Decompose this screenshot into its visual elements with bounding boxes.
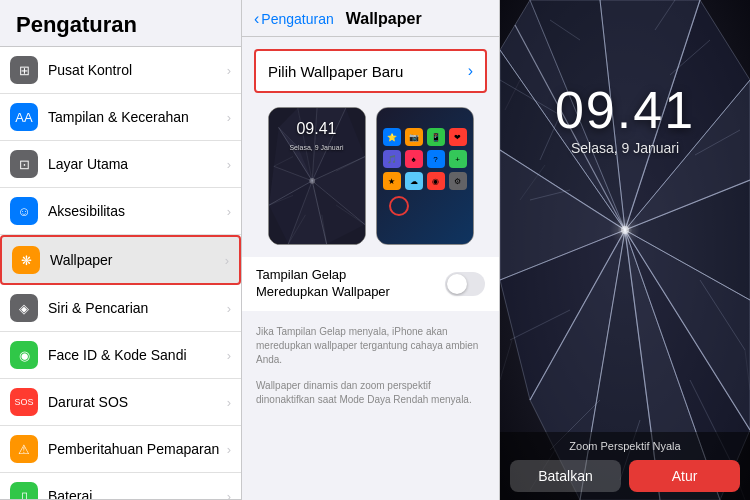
dark-mode-label: Tampilan Gelap Meredupkan Wallpaper — [256, 267, 390, 301]
phone-previews: 09.41 Selasa, 9 Januari ⭐ 📷 📱 ❤ 🎵 ♠ — [254, 107, 487, 245]
home-icons-grid: ⭐ 📷 📱 ❤ 🎵 ♠ ? + ★ ☁ ◉ ⚙ — [383, 128, 467, 190]
app-icon: 📱 — [427, 128, 445, 146]
sidebar-item-face-id[interactable]: ◉Face ID & Kode Sandi› — [0, 332, 241, 379]
darurat-sos-icon: SOS — [10, 388, 38, 416]
settings-header: Pengaturan — [0, 0, 241, 46]
preview-buttons: Batalkan Atur — [510, 460, 740, 492]
sidebar-item-label-pusat-kontrol: Pusat Kontrol — [48, 62, 223, 78]
face-id-icon: ◉ — [10, 341, 38, 369]
lock-screen-bg: 09.41 Selasa, 9 Januari — [269, 108, 365, 244]
chevron-right-icon: › — [227, 63, 231, 78]
dark-mode-description: Jika Tampilan Gelap menyala, iPhone akan… — [242, 319, 499, 373]
app-icon: + — [449, 150, 467, 168]
chevron-right-icon: › — [227, 301, 231, 316]
chevron-right-icon: › — [227, 348, 231, 363]
pemberitahuan-icon: ⚠ — [10, 435, 38, 463]
dark-mode-row: Tampilan Gelap Meredupkan Wallpaper — [256, 267, 485, 301]
back-chevron-icon: ‹ — [254, 10, 259, 28]
preview-date: Selasa, 9 Januari — [500, 140, 750, 156]
chevron-right-icon: › — [227, 395, 231, 410]
app-icon: ♠ — [405, 150, 423, 168]
wallpaper-panel: ‹ Pengaturan Wallpaper Pilih Wallpaper B… — [242, 0, 500, 500]
layar-utama-icon: ⊡ — [10, 150, 38, 178]
preview-panel: 09.41 Selasa, 9 Januari Zoom Perspektif … — [500, 0, 750, 500]
app-icon: ? — [427, 150, 445, 168]
sidebar-item-label-darurat-sos: Darurat SOS — [48, 394, 223, 410]
app-icon: ☁ — [405, 172, 423, 190]
cancel-button[interactable]: Batalkan — [510, 460, 621, 492]
sidebar-item-pusat-kontrol[interactable]: ⊞Pusat Kontrol› — [0, 47, 241, 94]
pick-wallpaper-button[interactable]: Pilih Wallpaper Baru › — [254, 49, 487, 93]
sidebar-item-tampilan[interactable]: AATampilan & Kecerahan› — [0, 94, 241, 141]
sidebar-item-label-baterai: Baterai — [48, 488, 223, 500]
back-button[interactable]: ‹ Pengaturan — [254, 10, 334, 28]
lock-date-small: Selasa, 9 Januari — [269, 144, 365, 151]
aksesibilitas-icon: ☺ — [10, 197, 38, 225]
app-icon: ⚙ — [449, 172, 467, 190]
preview-time: 09.41 — [500, 80, 750, 140]
chevron-right-icon: › — [227, 157, 231, 172]
sidebar-item-pemberitahuan[interactable]: ⚠Pemberitahuan Pemaparan› — [0, 426, 241, 473]
pick-wallpaper-chevron-icon: › — [468, 62, 473, 80]
sidebar-item-layar-utama[interactable]: ⊡Layar Utama› — [0, 141, 241, 188]
wallpaper-header: ‹ Pengaturan Wallpaper — [242, 0, 499, 37]
wallpaper-icon: ❋ — [12, 246, 40, 274]
chevron-right-icon: › — [227, 489, 231, 501]
sidebar-item-wallpaper[interactable]: ❋Wallpaper› — [0, 235, 241, 285]
sidebar-item-label-siri: Siri & Pencarian — [48, 300, 223, 316]
wallpaper-background — [500, 0, 750, 500]
toggle-knob — [447, 274, 467, 294]
chevron-right-icon: › — [227, 110, 231, 125]
chevron-right-icon: › — [227, 442, 231, 457]
chevron-right-icon: › — [227, 204, 231, 219]
sidebar-item-label-tampilan: Tampilan & Kecerahan — [48, 109, 223, 125]
lock-screen-preview[interactable]: 09.41 Selasa, 9 Januari — [268, 107, 366, 245]
dark-mode-section: Tampilan Gelap Meredupkan Wallpaper — [242, 257, 499, 311]
set-button[interactable]: Atur — [629, 460, 740, 492]
sidebar-item-aksesibilitas[interactable]: ☺Aksesibilitas› — [0, 188, 241, 235]
sidebar-item-darurat-sos[interactable]: SOSDarurat SOS› — [0, 379, 241, 426]
settings-title: Pengaturan — [16, 12, 225, 38]
sidebar-item-label-aksesibilitas: Aksesibilitas — [48, 203, 223, 219]
pick-wallpaper-label: Pilih Wallpaper Baru — [268, 63, 403, 80]
app-icon: 📷 — [405, 128, 423, 146]
svg-point-81 — [621, 226, 629, 234]
app-icon: 🎵 — [383, 150, 401, 168]
tampilan-icon: AA — [10, 103, 38, 131]
settings-list: ⊞Pusat Kontrol›AATampilan & Kecerahan›⊡L… — [0, 46, 241, 500]
sidebar-item-label-face-id: Face ID & Kode Sandi — [48, 347, 223, 363]
app-icon: ⭐ — [383, 128, 401, 146]
sidebar-item-baterai[interactable]: ▯Baterai› — [0, 473, 241, 500]
baterai-icon: ▯ — [10, 482, 38, 500]
back-label: Pengaturan — [261, 11, 333, 27]
sidebar-item-siri[interactable]: ◈Siri & Pencarian› — [0, 285, 241, 332]
siri-icon: ◈ — [10, 294, 38, 322]
red-highlight-circle — [389, 196, 409, 216]
pusat-kontrol-icon: ⊞ — [10, 56, 38, 84]
app-icon: ❤ — [449, 128, 467, 146]
wallpaper-dynamics-description: Wallpaper dinamis dan zoom perspektif di… — [242, 373, 499, 417]
zoom-perspective-label: Zoom Perspektif Nyala — [510, 440, 740, 452]
dark-mode-toggle[interactable] — [445, 272, 485, 296]
wallpaper-content: Pilih Wallpaper Baru › — [242, 37, 499, 500]
wallpaper-panel-title: Wallpaper — [346, 10, 422, 28]
sidebar-item-label-layar-utama: Layar Utama — [48, 156, 223, 172]
app-icon: ★ — [383, 172, 401, 190]
sidebar-item-label-pemberitahuan: Pemberitahuan Pemaparan — [48, 441, 223, 457]
settings-panel: Pengaturan ⊞Pusat Kontrol›AATampilan & K… — [0, 0, 242, 500]
preview-bottom-bar: Zoom Perspektif Nyala Batalkan Atur — [500, 432, 750, 500]
home-screen-preview[interactable]: ⭐ 📷 📱 ❤ 🎵 ♠ ? + ★ ☁ ◉ ⚙ — [376, 107, 474, 245]
sidebar-item-label-wallpaper: Wallpaper — [50, 252, 221, 268]
lock-time-small: 09.41 — [269, 120, 365, 138]
chevron-right-icon: › — [225, 253, 229, 268]
home-screen-bg: ⭐ 📷 📱 ❤ 🎵 ♠ ? + ★ ☁ ◉ ⚙ — [377, 108, 473, 244]
app-icon: ◉ — [427, 172, 445, 190]
